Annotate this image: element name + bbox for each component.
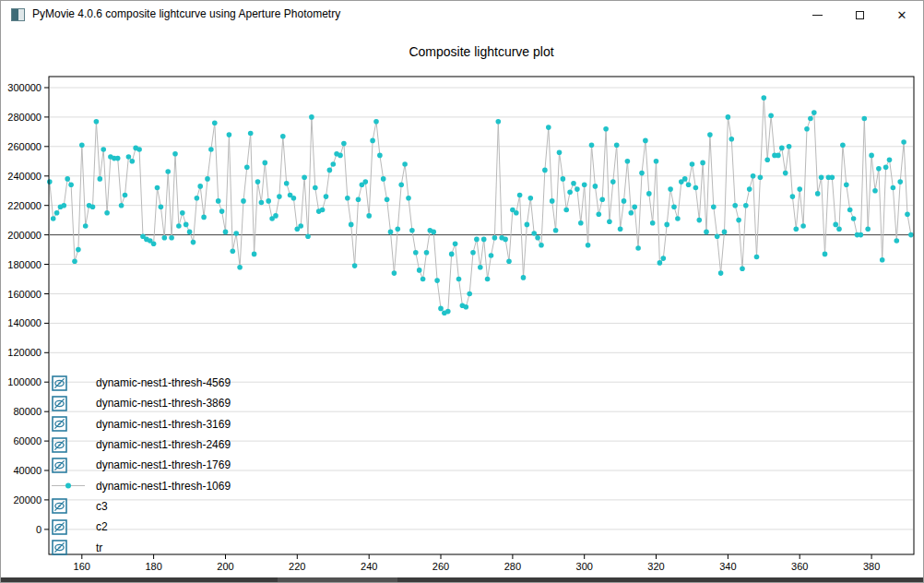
data-point [273, 213, 278, 219]
data-point [98, 176, 103, 182]
data-point [298, 223, 303, 229]
eye-off-icon[interactable] [52, 519, 67, 535]
data-point [779, 146, 785, 151]
data-point [464, 304, 469, 310]
data-point [119, 203, 124, 208]
x-tick-label: 380 [863, 561, 880, 572]
data-point [700, 161, 705, 166]
legend-item-thresh-4569[interactable]: dynamic-nest1-thresh-4569 [52, 373, 231, 393]
data-point [531, 231, 537, 236]
eye-off-icon[interactable] [52, 396, 67, 411]
data-point [589, 142, 595, 148]
legend-item-c2[interactable]: c2 [52, 517, 231, 537]
data-point [704, 230, 709, 235]
data-point [643, 138, 648, 144]
data-point [618, 226, 623, 232]
data-point [905, 212, 910, 218]
series-marker-icon[interactable] [52, 478, 85, 494]
legend-item-thresh-3869[interactable]: dynamic-nest1-thresh-3869 [52, 393, 231, 413]
data-point [345, 196, 350, 201]
data-point [398, 183, 404, 188]
data-point [887, 157, 893, 162]
data-point [201, 215, 207, 220]
data-point [736, 218, 741, 223]
data-point [470, 250, 476, 256]
data-point [561, 176, 566, 182]
legend-label: dynamic-nest1-thresh-1069 [96, 480, 231, 493]
eye-off-icon[interactable] [52, 498, 67, 514]
y-tick-label: 220000 [7, 200, 41, 211]
data-point [90, 205, 96, 210]
data-point [227, 132, 232, 137]
y-tick-label: 100000 [7, 376, 41, 387]
data-point [764, 157, 770, 162]
data-point [657, 260, 663, 266]
eye-off-icon[interactable] [52, 458, 67, 473]
data-point [553, 228, 559, 233]
data-point [567, 190, 573, 196]
data-point [525, 222, 530, 228]
data-point [284, 181, 290, 186]
data-point [546, 125, 551, 130]
y-tick-label: 140000 [7, 317, 41, 328]
data-point [187, 230, 193, 235]
y-tick-label: 120000 [7, 347, 41, 358]
legend-label: c3 [96, 500, 108, 513]
data-point [363, 179, 369, 184]
data-point [467, 292, 472, 297]
data-point [492, 235, 498, 241]
y-tick-label: 20000 [13, 494, 41, 506]
data-point [151, 241, 157, 246]
data-point [754, 255, 760, 260]
data-point [481, 237, 487, 243]
legend-item-thresh-2469[interactable]: dynamic-nest1-thresh-2469 [52, 434, 231, 455]
eye-off-icon[interactable] [52, 540, 67, 555]
data-point [205, 176, 210, 182]
data-point [607, 219, 612, 224]
data-point [216, 198, 221, 204]
x-tick-label: 360 [791, 561, 808, 572]
y-tick-label: 300000 [7, 82, 41, 93]
data-point [126, 154, 132, 160]
data-point [833, 222, 838, 228]
data-point [241, 198, 246, 204]
legend-item-thresh-1769[interactable]: dynamic-nest1-thresh-1769 [52, 455, 231, 475]
data-point [302, 175, 307, 181]
y-tick-label: 40000 [13, 465, 41, 476]
legend-item-tr[interactable]: tr [52, 537, 231, 557]
data-point [445, 309, 451, 315]
data-point [901, 139, 906, 145]
eye-off-icon[interactable] [52, 375, 67, 391]
data-point [184, 222, 189, 228]
data-point [797, 186, 802, 192]
data-point [485, 277, 491, 282]
data-point [783, 171, 788, 176]
legend-label: dynamic-nest1-thresh-3169 [96, 418, 231, 431]
data-point [743, 203, 749, 208]
y-tick-label: 240000 [7, 171, 41, 182]
legend-item-thresh-3169[interactable]: dynamic-nest1-thresh-3169 [52, 414, 231, 434]
eye-off-icon[interactable] [52, 416, 67, 432]
x-tick-label: 340 [719, 561, 736, 572]
data-point [664, 222, 669, 228]
data-point [883, 164, 889, 170]
legend-label: tr [96, 541, 102, 554]
data-point [259, 200, 265, 206]
data-point [891, 185, 896, 191]
eye-off-icon[interactable] [52, 437, 67, 453]
data-point [396, 226, 401, 232]
data-point [388, 230, 394, 235]
data-point [244, 164, 250, 170]
taskbar-segment [278, 577, 397, 582]
data-point [252, 252, 257, 257]
legend-item-thresh-1069[interactable]: dynamic-nest1-thresh-1069 [52, 475, 231, 495]
data-point [908, 232, 914, 238]
data-point [349, 222, 354, 228]
data-point [654, 159, 659, 164]
data-point [894, 238, 900, 244]
data-point [72, 259, 77, 265]
data-point [68, 183, 74, 188]
legend-item-c3[interactable]: c3 [52, 496, 231, 517]
data-point [593, 184, 598, 189]
data-point [732, 203, 738, 208]
